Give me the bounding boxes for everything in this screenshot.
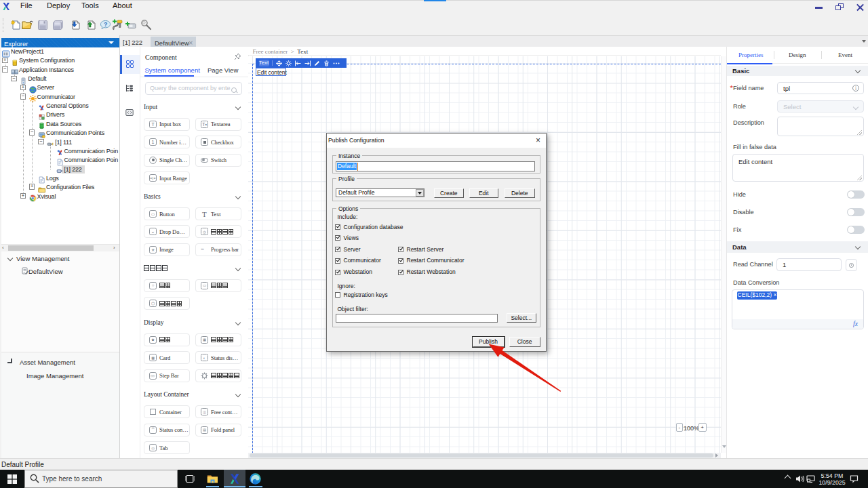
svg-text:?: ? xyxy=(104,21,108,28)
